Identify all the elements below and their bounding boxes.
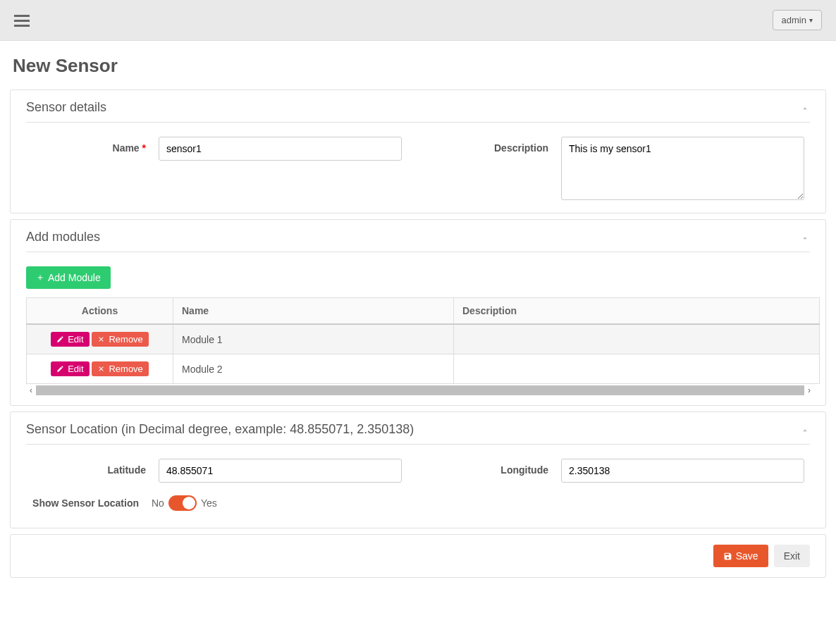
toggle-knob <box>183 497 195 509</box>
latitude-input[interactable] <box>159 459 402 483</box>
edit-button[interactable]: Edit <box>51 332 89 347</box>
scroll-track[interactable] <box>36 385 804 395</box>
edit-button[interactable]: Edit <box>51 361 89 376</box>
chevron-down-icon: ▾ <box>809 16 813 24</box>
longitude-field-label: Longitude <box>429 459 548 476</box>
remove-button[interactable]: Remove <box>92 361 148 376</box>
col-actions: Actions <box>27 298 173 325</box>
save-button[interactable]: Save <box>713 545 768 567</box>
scroll-left-icon[interactable]: ‹ <box>26 385 36 395</box>
cell-description <box>454 354 820 384</box>
panel-sensor-location: Sensor Location (in Decimal degree, exam… <box>10 411 826 528</box>
page-title: New Sensor <box>0 41 836 84</box>
col-description: Description <box>454 298 820 325</box>
scroll-right-icon[interactable]: › <box>804 385 814 395</box>
show-location-toggle[interactable] <box>168 495 197 511</box>
menu-icon[interactable] <box>14 12 31 29</box>
description-textarea[interactable] <box>561 137 804 200</box>
cell-name: Module 2 <box>173 354 454 384</box>
table-row: Edit Remove Module 2 <box>27 354 820 384</box>
chevron-up-icon <box>800 104 810 113</box>
plus-icon <box>36 273 44 282</box>
description-field-label: Description <box>429 137 548 154</box>
remove-button[interactable]: Remove <box>92 332 148 347</box>
toggle-yes-label: Yes <box>201 497 217 509</box>
user-menu-button[interactable]: admin ▾ <box>773 10 822 30</box>
name-input[interactable] <box>159 137 402 161</box>
close-icon <box>97 335 105 343</box>
close-icon <box>97 365 105 373</box>
panel-add-modules: Add modules Add Module Actions Name Desc… <box>10 219 826 406</box>
cell-name: Module 1 <box>173 324 454 354</box>
chevron-up-icon <box>800 233 810 243</box>
longitude-input[interactable] <box>561 459 804 483</box>
show-location-label: Show Sensor Location <box>26 497 139 509</box>
edit-icon <box>56 335 64 343</box>
panel-title-location: Sensor Location (in Decimal degree, exam… <box>26 422 414 437</box>
table-row: Edit Remove Module 1 <box>27 324 820 354</box>
col-name: Name <box>173 298 454 325</box>
panel-footer: Save Exit <box>10 534 826 578</box>
add-module-button[interactable]: Add Module <box>26 266 111 289</box>
cell-description <box>454 324 820 354</box>
edit-icon <box>56 365 64 373</box>
collapse-icon[interactable] <box>800 101 810 113</box>
panel-sensor-details: Sensor details Name * Description <box>10 89 826 213</box>
exit-button[interactable]: Exit <box>774 545 810 567</box>
save-icon <box>723 552 732 561</box>
toggle-no-label: No <box>152 497 164 509</box>
user-label: admin <box>782 15 806 25</box>
latitude-field-label: Latitude <box>26 459 146 476</box>
modules-table: Actions Name Description Edit Remove Mod <box>26 297 820 384</box>
name-field-label: Name * <box>26 137 146 154</box>
collapse-icon[interactable] <box>800 231 810 242</box>
panel-title-details: Sensor details <box>26 100 106 115</box>
collapse-icon[interactable] <box>800 423 810 435</box>
chevron-up-icon <box>800 426 810 435</box>
topbar: admin ▾ <box>0 0 836 41</box>
horizontal-scrollbar[interactable]: ‹ › <box>26 384 814 397</box>
panel-title-modules: Add modules <box>26 230 100 244</box>
